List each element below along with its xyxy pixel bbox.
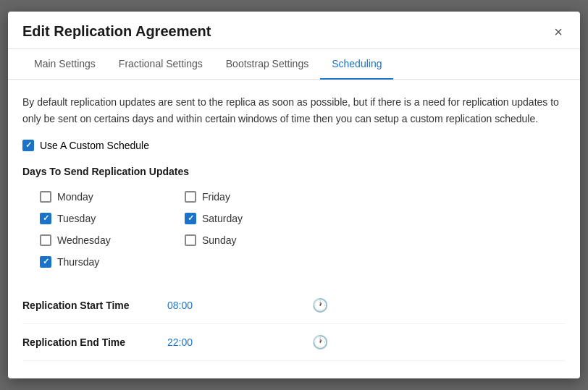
checkmark-icon: ✓ [43,214,49,222]
thursday-checkbox[interactable]: ✓ [40,256,51,268]
days-title: Days To Send Replication Updates [22,166,566,177]
start-time-value: 08:00 [167,300,312,311]
sunday-checkbox[interactable] [185,234,196,246]
tab-fractional-settings[interactable]: Fractional Settings [107,49,214,80]
wednesday-checkbox[interactable] [40,234,51,246]
friday-label: Friday [202,191,230,203]
day-item-thursday: ✓ Thursday [22,251,167,273]
start-time-clock-icon[interactable]: 🕐 [312,297,328,313]
custom-schedule-row: ✓ Use A Custom Schedule [22,140,566,151]
replication-start-row: Replication Start Time 08:00 🕐 [22,287,566,324]
custom-schedule-label: Use A Custom Schedule [40,140,149,151]
custom-schedule-checkbox[interactable]: ✓ [22,140,34,151]
day-item-friday: Friday [167,186,312,208]
thursday-label: Thursday [57,256,99,268]
saturday-checkbox[interactable]: ✓ [185,213,196,224]
sunday-label: Sunday [202,234,236,246]
wednesday-label: Wednesday [57,234,111,246]
checkmark-icon: ✓ [25,141,32,149]
modal-header: Edit Replication Agreement × [8,12,580,49]
tab-bootstrap-settings[interactable]: Bootstrap Settings [214,49,320,80]
end-time-value: 22:00 [167,336,312,348]
day-item-saturday: ✓ Saturday [167,208,312,229]
end-time-clock-icon[interactable]: 🕐 [312,334,328,350]
days-grid: Monday Friday ✓ Tuesday ✓ Saturday [22,186,566,273]
checkmark-icon: ✓ [43,258,49,266]
day-item-monday: Monday [22,186,167,208]
description-text: By default replication updates are sent … [22,94,566,127]
replication-end-row: Replication End Time 22:00 🕐 [22,324,566,361]
tab-scheduling[interactable]: Scheduling [320,49,393,80]
monday-label: Monday [57,191,93,203]
saturday-label: Saturday [202,213,243,224]
day-item-wednesday: Wednesday [22,229,167,251]
modal-title: Edit Replication Agreement [22,23,211,40]
close-button[interactable]: × [551,25,566,39]
friday-checkbox[interactable] [185,191,196,203]
day-item-tuesday: ✓ Tuesday [22,208,167,229]
tuesday-checkbox[interactable]: ✓ [40,213,51,224]
modal-body: By default replication updates are sent … [8,80,580,378]
start-time-label: Replication Start Time [22,300,167,311]
edit-replication-modal: Edit Replication Agreement × Main Settin… [8,12,580,378]
tabs-container: Main Settings Fractional Settings Bootst… [8,49,580,80]
end-time-label: Replication End Time [22,336,167,348]
checkmark-icon: ✓ [188,214,194,222]
tab-main-settings[interactable]: Main Settings [22,49,107,80]
tuesday-label: Tuesday [57,213,96,224]
monday-checkbox[interactable] [40,191,51,203]
days-section: Days To Send Replication Updates Monday … [22,166,566,273]
day-item-sunday: Sunday [167,229,312,251]
